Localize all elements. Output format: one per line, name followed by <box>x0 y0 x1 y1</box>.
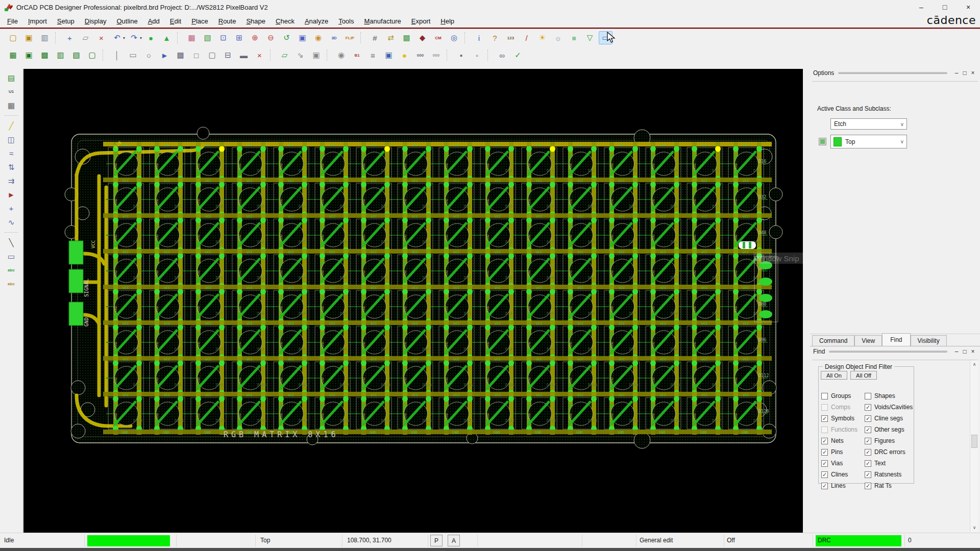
color-priority-icon[interactable]: ▩ <box>400 31 413 44</box>
color-edit-icon[interactable]: / <box>520 31 533 44</box>
checkbox[interactable]: ✓ <box>865 483 871 489</box>
checkbox[interactable] <box>821 427 828 433</box>
spread-icon[interactable]: ⇉ <box>4 174 18 187</box>
find-filter-shapes[interactable]: Shapes <box>865 392 895 400</box>
circle-tool-icon[interactable]: ○ <box>142 48 156 62</box>
menu-tools[interactable]: Tools <box>333 16 359 27</box>
menu-shape[interactable]: Shape <box>241 16 271 27</box>
close-button[interactable]: × <box>957 0 980 14</box>
tab-visibility[interactable]: Visibility <box>911 335 947 346</box>
shape-circle-fill-icon[interactable]: ▩ <box>38 48 52 62</box>
swap-layers-icon[interactable]: ⇄ <box>384 31 398 44</box>
find-filter-nets[interactable]: ✓Nets <box>821 437 844 445</box>
delete-island-icon[interactable]: × <box>253 48 266 62</box>
show-measure-icon[interactable]: ? <box>488 31 502 44</box>
menu-export[interactable]: Export <box>406 16 436 27</box>
padstack-icon[interactable]: 000 <box>413 48 427 62</box>
edit-text-icon[interactable]: abc <box>4 278 18 290</box>
shaded-shape-icon[interactable]: ▩ <box>174 48 187 62</box>
constraint-manager-icon[interactable]: CM <box>431 31 445 44</box>
checkbox[interactable]: ✓ <box>821 460 828 467</box>
zoom-selection-icon[interactable]: ▣ <box>296 31 309 44</box>
checkbox[interactable]: ✓ <box>821 415 828 422</box>
find-minimize-icon[interactable]: – <box>952 348 961 355</box>
find-filter-text[interactable]: ✓Text <box>865 459 886 467</box>
padstack-alt-icon[interactable]: 000 <box>429 48 443 62</box>
find-filter-lines[interactable]: ✓Lines <box>821 482 846 490</box>
tab-view[interactable]: View <box>854 335 882 346</box>
redo-icon[interactable]: ↷ <box>127 31 141 44</box>
scroll-thumb[interactable] <box>971 435 977 448</box>
shape-edit-icon[interactable]: ▢ <box>85 48 99 62</box>
checkbox[interactable]: ✓ <box>865 460 871 467</box>
options-minimize-icon[interactable]: – <box>952 69 961 77</box>
place-component-icon[interactable]: U1 <box>4 85 18 98</box>
snake-route-icon[interactable]: ∿ <box>4 216 18 229</box>
move-icon[interactable]: + <box>63 31 77 44</box>
dynamic-shape-icon[interactable]: ▢ <box>205 48 219 62</box>
menu-add[interactable]: Add <box>143 16 165 27</box>
rename-refdes-icon[interactable]: B1 <box>350 48 364 62</box>
menu-place[interactable]: Place <box>186 16 213 27</box>
align-h-icon[interactable]: ▪ <box>454 48 468 62</box>
shove-icon[interactable]: ► <box>4 188 18 201</box>
menu-analyze[interactable]: Analyze <box>300 16 333 27</box>
menu-help[interactable]: Help <box>435 16 459 27</box>
fanout-icon[interactable]: + <box>4 202 18 215</box>
find-close-icon[interactable]: × <box>969 348 977 355</box>
checkbox[interactable] <box>821 404 828 411</box>
checkbox[interactable]: ✓ <box>865 427 871 433</box>
save-drawing-icon[interactable]: ▥ <box>38 31 52 44</box>
checkbox[interactable]: ✓ <box>821 483 828 489</box>
tab-find[interactable]: Find <box>882 333 910 346</box>
add-text-icon[interactable]: abc <box>4 264 18 277</box>
zoom-out-icon[interactable]: ⊖ <box>264 31 278 44</box>
pcb-canvas[interactable]: VCCGNDD1VCCGNDD2VCCGNDD3VCCGNDD4VCCGNDD5… <box>23 69 803 533</box>
checkbox[interactable] <box>821 393 828 399</box>
scroll-up-icon[interactable]: ∧ <box>970 360 978 368</box>
layer-stack-icon[interactable]: ⇘ <box>293 48 307 62</box>
find-filter-figures[interactable]: ✓Figures <box>865 437 895 445</box>
unfix-icon[interactable]: ▲ <box>160 31 174 44</box>
find-filter-voids-cavities[interactable]: ✓Voids/Cavities <box>865 403 913 411</box>
add-connect-icon[interactable]: ╱ <box>4 119 18 132</box>
find-filter-rat-ts[interactable]: ✓Rat Ts <box>865 482 892 490</box>
open-drawing-icon[interactable]: ▣ <box>22 31 36 44</box>
class-dropdown[interactable]: Etch ∨ <box>830 118 907 130</box>
zoom-fit-icon[interactable]: ⊞ <box>232 31 246 44</box>
show-dimensions-icon[interactable]: 123 <box>504 31 518 44</box>
shape-rect-icon[interactable]: ▣ <box>22 48 36 62</box>
find-filter-pins[interactable]: ✓Pins <box>821 448 843 456</box>
delay-tune-icon[interactable]: ◫ <box>4 133 18 146</box>
checkbox[interactable] <box>865 393 871 399</box>
custom-smooth-icon[interactable]: ≈ <box>4 147 18 160</box>
net-list-icon[interactable]: ≡ <box>366 48 380 62</box>
find-filter-cline-segs[interactable]: ✓Cline segs <box>865 414 903 422</box>
zoom-world-icon[interactable]: ◉ <box>311 31 325 44</box>
menu-edit[interactable]: Edit <box>165 16 186 27</box>
tab-command[interactable]: Command <box>812 335 854 346</box>
slot-icon[interactable]: ▭ <box>126 48 140 62</box>
probe-icon[interactable]: ◉ <box>334 48 348 62</box>
static-shape-icon[interactable]: □ <box>189 48 203 62</box>
find-scrollbar[interactable]: ∧ ∨ <box>970 360 978 532</box>
select-shape-icon[interactable]: ► <box>158 48 172 62</box>
filter-icon[interactable]: ▽ <box>583 31 597 44</box>
zoom-points-icon[interactable]: ⊡ <box>216 31 230 44</box>
slide-icon[interactable]: ⇅ <box>4 161 18 173</box>
minimize-button[interactable]: – <box>910 0 933 14</box>
pin-dot-icon[interactable]: ● <box>398 48 411 62</box>
all-off-button[interactable]: All Off <box>850 371 877 380</box>
class-color-swatch[interactable] <box>819 138 826 145</box>
all-on-button[interactable]: All On <box>821 371 847 380</box>
grid-toggle-icon[interactable]: # <box>368 31 382 44</box>
checkbox[interactable]: ✓ <box>865 415 871 422</box>
highlight-bars-icon[interactable]: ||| <box>567 31 581 44</box>
pick-button[interactable]: P <box>430 535 443 546</box>
checkbox[interactable]: ✓ <box>821 438 828 444</box>
find-filter-vias[interactable]: ✓Vias <box>821 459 843 467</box>
dim-mode-icon[interactable]: ☼ <box>551 31 565 44</box>
report-icon[interactable]: ▤ <box>4 71 18 84</box>
redraw-icon[interactable]: ▦ <box>185 31 199 44</box>
find-filter-symbols[interactable]: ✓Symbols <box>821 414 854 422</box>
